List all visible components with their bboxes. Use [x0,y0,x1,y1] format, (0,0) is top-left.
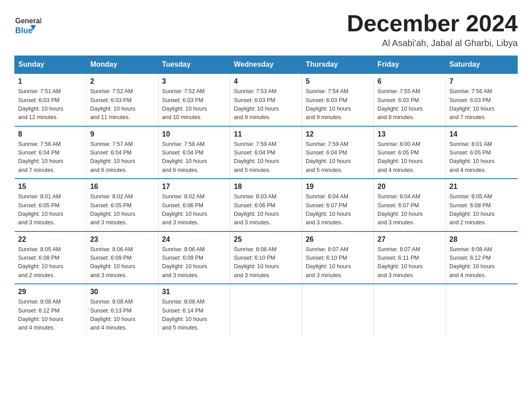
day-number: 24 [162,235,226,244]
calendar-title: December 2024 [347,11,518,36]
day-info: Sunrise: 8:06 AM Sunset: 6:09 PM Dayligh… [162,245,226,280]
header-wednesday: Wednesday [230,56,302,74]
day-cell: 2 Sunrise: 7:52 AM Sunset: 6:03 PM Dayli… [86,73,158,126]
day-number: 19 [306,183,370,191]
day-cell: 8 Sunrise: 7:56 AM Sunset: 6:04 PM Dayli… [15,126,86,179]
day-cell: 11 Sunrise: 7:59 AM Sunset: 6:04 PM Dayl… [230,126,302,179]
day-info: Sunrise: 7:51 AM Sunset: 6:03 PM Dayligh… [18,87,83,122]
day-number: 11 [234,130,298,138]
header-thursday: Thursday [302,56,373,74]
day-info: Sunrise: 8:01 AM Sunset: 6:05 PM Dayligh… [450,140,514,175]
day-info: Sunrise: 7:57 AM Sunset: 6:04 PM Dayligh… [90,140,154,175]
day-cell: 26 Sunrise: 8:07 AM Sunset: 6:10 PM Dayl… [302,231,373,284]
day-number: 21 [450,183,514,191]
day-number: 2 [90,77,154,86]
calendar-header-row: SundayMondayTuesdayWednesdayThursdayFrid… [15,56,518,74]
day-info: Sunrise: 8:04 AM Sunset: 6:07 PM Dayligh… [306,193,370,227]
day-info: Sunrise: 8:05 AM Sunset: 6:08 PM Dayligh… [18,245,83,280]
day-number: 28 [450,235,514,244]
day-info: Sunrise: 7:58 AM Sunset: 6:04 PM Dayligh… [162,140,226,175]
day-info: Sunrise: 8:06 AM Sunset: 6:09 PM Dayligh… [90,245,154,280]
day-number: 29 [18,288,83,296]
day-number: 8 [18,130,83,138]
day-cell: 19 Sunrise: 8:04 AM Sunset: 6:07 PM Dayl… [302,179,373,231]
day-cell: 28 Sunrise: 8:08 AM Sunset: 6:12 PM Dayl… [446,231,517,284]
logo-icon: General Blue [14,11,41,38]
header-tuesday: Tuesday [158,56,230,74]
day-number: 26 [306,235,370,244]
day-info: Sunrise: 7:53 AM Sunset: 6:03 PM Dayligh… [234,87,298,122]
day-cell: 6 Sunrise: 7:55 AM Sunset: 6:03 PM Dayli… [374,73,446,126]
day-info: Sunrise: 7:59 AM Sunset: 6:04 PM Dayligh… [234,140,298,175]
day-info: Sunrise: 8:05 AM Sunset: 6:08 PM Dayligh… [450,193,514,227]
week-row-2: 8 Sunrise: 7:56 AM Sunset: 6:04 PM Dayli… [15,126,518,179]
day-info: Sunrise: 8:02 AM Sunset: 6:06 PM Dayligh… [162,193,226,227]
day-number: 31 [162,288,226,296]
day-cell: 4 Sunrise: 7:53 AM Sunset: 6:03 PM Dayli… [230,73,302,126]
day-number: 23 [90,235,154,244]
header-friday: Friday [374,56,446,74]
week-row-3: 15 Sunrise: 8:01 AM Sunset: 6:05 PM Dayl… [15,179,518,231]
day-number: 6 [378,77,442,86]
day-cell [374,284,446,336]
day-number: 14 [450,130,514,138]
day-cell: 29 Sunrise: 8:08 AM Sunset: 6:12 PM Dayl… [15,284,86,336]
day-cell: 17 Sunrise: 8:02 AM Sunset: 6:06 PM Dayl… [158,179,230,231]
day-cell [302,284,373,336]
day-cell: 10 Sunrise: 7:58 AM Sunset: 6:04 PM Dayl… [158,126,230,179]
day-info: Sunrise: 8:02 AM Sunset: 6:05 PM Dayligh… [90,193,154,227]
day-info: Sunrise: 7:54 AM Sunset: 6:03 PM Dayligh… [306,87,370,122]
day-number: 12 [306,130,370,138]
day-number: 7 [450,77,514,86]
day-info: Sunrise: 8:00 AM Sunset: 6:05 PM Dayligh… [378,140,442,175]
day-cell: 23 Sunrise: 8:06 AM Sunset: 6:09 PM Dayl… [86,231,158,284]
day-cell: 12 Sunrise: 7:59 AM Sunset: 6:04 PM Dayl… [302,126,373,179]
day-cell: 24 Sunrise: 8:06 AM Sunset: 6:09 PM Dayl… [158,231,230,284]
day-number: 22 [18,235,83,244]
day-cell: 25 Sunrise: 8:06 AM Sunset: 6:10 PM Dayl… [230,231,302,284]
day-info: Sunrise: 7:55 AM Sunset: 6:03 PM Dayligh… [378,87,442,122]
day-cell: 27 Sunrise: 8:07 AM Sunset: 6:11 PM Dayl… [374,231,446,284]
day-number: 4 [234,77,298,86]
calendar-subtitle: Al Asabi'ah, Jabal al Gharbi, Libya [347,38,518,48]
day-number: 18 [234,183,298,191]
day-number: 17 [162,183,226,191]
day-cell: 14 Sunrise: 8:01 AM Sunset: 6:05 PM Dayl… [446,126,517,179]
day-info: Sunrise: 8:08 AM Sunset: 6:14 PM Dayligh… [162,298,226,333]
day-number: 13 [378,130,442,138]
week-row-5: 29 Sunrise: 8:08 AM Sunset: 6:12 PM Dayl… [15,284,518,336]
day-number: 9 [90,130,154,138]
day-number: 3 [162,77,226,86]
day-info: Sunrise: 8:07 AM Sunset: 6:10 PM Dayligh… [306,245,370,280]
day-number: 15 [18,183,83,191]
header-saturday: Saturday [446,56,517,74]
calendar-table: SundayMondayTuesdayWednesdayThursdayFrid… [14,56,518,336]
title-block: December 2024 Al Asabi'ah, Jabal al Ghar… [347,11,518,48]
day-info: Sunrise: 8:06 AM Sunset: 6:10 PM Dayligh… [234,245,298,280]
day-info: Sunrise: 8:01 AM Sunset: 6:05 PM Dayligh… [18,193,83,227]
day-cell [446,284,517,336]
day-number: 20 [378,183,442,191]
day-cell: 5 Sunrise: 7:54 AM Sunset: 6:03 PM Dayli… [302,73,373,126]
day-number: 25 [234,235,298,244]
day-info: Sunrise: 8:03 AM Sunset: 6:06 PM Dayligh… [234,193,298,227]
day-cell: 3 Sunrise: 7:52 AM Sunset: 6:03 PM Dayli… [158,73,230,126]
day-info: Sunrise: 7:52 AM Sunset: 6:03 PM Dayligh… [90,87,154,122]
day-cell [230,284,302,336]
day-number: 1 [18,77,83,86]
day-number: 27 [378,235,442,244]
day-cell: 15 Sunrise: 8:01 AM Sunset: 6:05 PM Dayl… [15,179,86,231]
day-cell: 18 Sunrise: 8:03 AM Sunset: 6:06 PM Dayl… [230,179,302,231]
day-info: Sunrise: 8:08 AM Sunset: 6:12 PM Dayligh… [18,298,83,333]
svg-text:Blue: Blue [15,26,33,35]
day-info: Sunrise: 8:08 AM Sunset: 6:13 PM Dayligh… [90,298,154,333]
day-cell: 9 Sunrise: 7:57 AM Sunset: 6:04 PM Dayli… [86,126,158,179]
page-header: General Blue December 2024 Al Asabi'ah, … [14,11,518,48]
logo: General Blue [14,11,41,38]
day-cell: 16 Sunrise: 8:02 AM Sunset: 6:05 PM Dayl… [86,179,158,231]
header-sunday: Sunday [15,56,86,74]
day-info: Sunrise: 7:59 AM Sunset: 6:04 PM Dayligh… [306,140,370,175]
day-info: Sunrise: 7:52 AM Sunset: 6:03 PM Dayligh… [162,87,226,122]
header-monday: Monday [86,56,158,74]
day-cell: 7 Sunrise: 7:56 AM Sunset: 6:03 PM Dayli… [446,73,517,126]
